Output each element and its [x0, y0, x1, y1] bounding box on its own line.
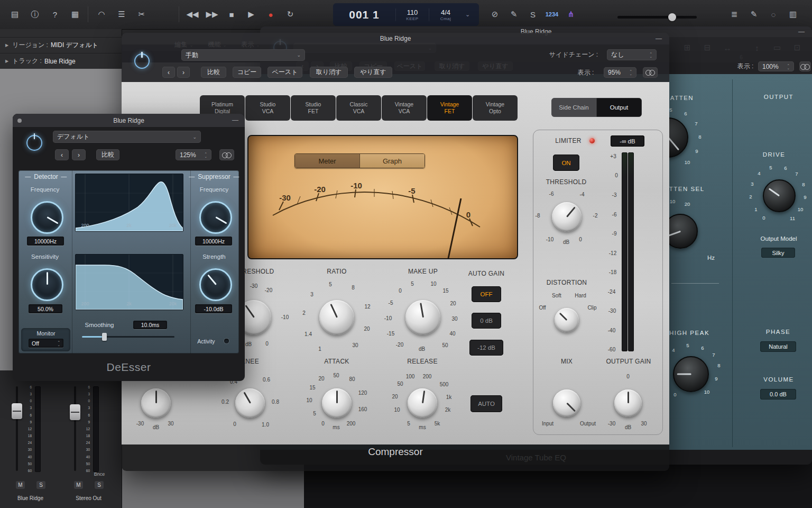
close-icon[interactable] — [17, 119, 22, 123]
high-peak-knob[interactable] — [673, 356, 709, 392]
redo-button[interactable]: やり直す — [354, 67, 392, 78]
rewind-icon[interactable]: ◀◀ — [183, 4, 202, 24]
link-button[interactable] — [219, 149, 234, 160]
loop-browser-icon[interactable]: ◌ — [764, 4, 783, 24]
preset-back-button[interactable]: ‹ — [162, 67, 175, 78]
limiter-on-button[interactable]: ON — [553, 155, 579, 171]
tab-classic-vca[interactable]: ClassicVCA — [336, 95, 381, 121]
bounce-button[interactable]: Bnce — [94, 471, 105, 477]
preset-dropdown[interactable]: デフォルト ⌄ — [53, 131, 201, 143]
input-gain-knob[interactable] — [141, 388, 171, 418]
tab-output[interactable]: Output — [596, 98, 642, 117]
suppressor-frequency-knob[interactable] — [199, 201, 232, 234]
compare-button[interactable]: 比較 — [96, 149, 119, 160]
no-input-monitoring-icon[interactable]: ⊘ — [485, 4, 504, 24]
power-icon[interactable] — [134, 53, 150, 69]
auto-gain-minus12db-button[interactable]: -12 dB — [469, 340, 503, 356]
browsers-icon[interactable]: ▥ — [783, 4, 802, 24]
disclosure-icon[interactable]: ▶ — [5, 43, 8, 48]
release-knob[interactable] — [408, 388, 437, 418]
inspector-icon[interactable]: ⓘ — [25, 4, 44, 24]
fader-track[interactable] — [74, 386, 76, 471]
count-in-icon[interactable]: 1234 — [542, 4, 561, 24]
limiter-threshold-value[interactable]: -∞ dB — [611, 135, 644, 147]
note-pads-icon[interactable]: ✎ — [744, 4, 763, 24]
tuner-icon[interactable]: ⋔ — [561, 4, 580, 24]
attack-knob[interactable] — [322, 388, 352, 418]
sensitivity-knob[interactable] — [31, 268, 63, 301]
window-titlebar[interactable]: Blue Ridge — — [122, 33, 669, 44]
toolbar-toggle-icon[interactable]: ▦ — [66, 4, 85, 24]
fader-handle[interactable] — [12, 403, 22, 419]
list-editors-icon[interactable]: ≣ — [725, 4, 744, 24]
strength-knob[interactable] — [199, 268, 232, 301]
lcd-tempo[interactable]: 110 KEEP — [395, 8, 429, 21]
inspector-region-row[interactable]: ▶ リージョン : MIDI デフォルト — [0, 37, 122, 53]
mute-button[interactable]: M — [16, 481, 25, 489]
sensitivity-value[interactable]: 50.0% — [29, 304, 62, 313]
solo-icon[interactable]: S — [523, 4, 542, 24]
preset-back-button[interactable]: ‹ — [55, 149, 69, 160]
smoothing-value[interactable]: 10.0ms — [133, 321, 167, 329]
volume-slider-thumb[interactable] — [668, 13, 676, 21]
auto-gain-0db-button[interactable]: 0 dB — [472, 313, 501, 329]
tab-studio-fet[interactable]: StudioFET — [291, 95, 336, 121]
tab-vintage-fet[interactable]: VintageFET — [427, 95, 472, 121]
mix-knob[interactable] — [553, 389, 580, 417]
library-icon[interactable]: ▤ — [5, 4, 24, 24]
tab-studio-vca[interactable]: StudioVCA — [245, 95, 290, 121]
link-button[interactable] — [799, 61, 811, 71]
zoom-dropdown[interactable]: 125% ⌃⌄ — [176, 149, 211, 160]
stop-icon[interactable]: ■ — [222, 4, 241, 24]
volume-value[interactable]: 0.0 dB — [760, 389, 796, 400]
preset-dropdown[interactable]: 手動 ⌄ — [181, 49, 305, 61]
lcd-chevron-icon[interactable]: ⌄ — [465, 11, 470, 18]
minimize-icon[interactable]: — — [656, 35, 662, 42]
record-icon[interactable]: ● — [261, 4, 280, 24]
knee-knob[interactable] — [235, 388, 265, 418]
channel-strip-name[interactable]: Stereo Out — [63, 495, 114, 501]
output-model-value[interactable]: Silky — [761, 248, 795, 258]
graph-button[interactable]: Graph — [360, 154, 425, 168]
lcd-display[interactable]: 001 1 110 KEEP 4/4 Cmaj ⌄ — [333, 3, 479, 26]
compare-button[interactable]: 比較 — [201, 67, 226, 78]
zoom-dropdown[interactable]: 95% ⌃⌄ — [604, 67, 636, 78]
detector-frequency-knob[interactable] — [31, 201, 63, 234]
monitor-dropdown[interactable]: Off ⌃⌄ — [29, 339, 63, 348]
meter-button[interactable]: Meter — [295, 154, 360, 168]
preset-forward-button[interactable]: › — [177, 67, 190, 78]
auto-gain-off-button[interactable]: OFF — [472, 286, 501, 302]
sidechain-dropdown[interactable]: なし ⌃⌄ — [607, 49, 657, 60]
lcd-signature[interactable]: 4/4 Cmaj — [429, 8, 462, 21]
link-button[interactable] — [643, 67, 658, 78]
master-volume-slider[interactable] — [617, 16, 697, 19]
suppressor-frequency-value[interactable]: 10000Hz — [195, 237, 232, 246]
play-icon[interactable]: ▶ — [242, 4, 261, 24]
window-titlebar[interactable]: Blue Ridge — — [13, 114, 245, 127]
undo-button[interactable]: 取り消す — [310, 67, 348, 78]
fader-handle[interactable] — [70, 404, 80, 420]
disclosure-icon[interactable]: ▶ — [5, 59, 8, 64]
limiter-threshold-knob[interactable] — [552, 202, 582, 232]
tab-vintage-vca[interactable]: VintageVCA — [382, 95, 427, 121]
detector-frequency-value[interactable]: 10000Hz — [27, 237, 64, 246]
solo-button[interactable]: S — [36, 481, 45, 489]
minimize-icon[interactable]: — — [798, 28, 805, 35]
strength-value[interactable]: -10.0dB — [195, 304, 232, 313]
zoom-dropdown[interactable]: 100% ⌃⌄ — [758, 61, 794, 71]
phase-value[interactable]: Natural — [760, 341, 796, 352]
forward-icon[interactable]: ▶▶ — [202, 4, 222, 24]
minimize-icon[interactable]: — — [232, 116, 238, 124]
drive-knob[interactable] — [763, 179, 796, 212]
smoothing-slider-thumb[interactable] — [102, 333, 107, 341]
solo-button[interactable]: S — [95, 481, 104, 489]
channel-strip-name[interactable]: Blue Ridge — [5, 495, 56, 501]
paste-button[interactable]: ペースト — [267, 67, 302, 78]
output-gain-knob[interactable] — [614, 389, 642, 417]
tab-side-chain[interactable]: Side Chain — [551, 98, 596, 117]
smart-controls-icon[interactable]: ◠ — [92, 4, 111, 24]
inspector-track-row[interactable]: ▶ トラック : Blue Ridge — [0, 53, 122, 69]
auto-release-button[interactable]: AUTO — [470, 395, 502, 412]
makeup-knob[interactable] — [405, 300, 440, 335]
power-icon[interactable] — [26, 135, 42, 151]
